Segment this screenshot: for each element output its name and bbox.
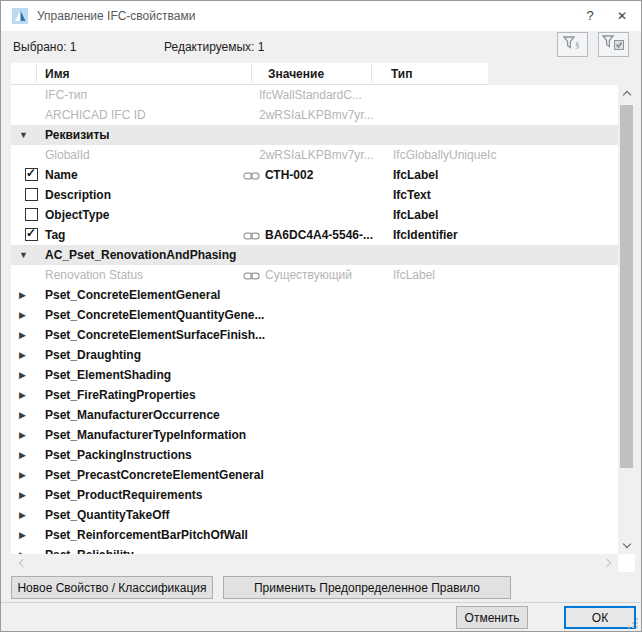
- pset-row[interactable]: ▶Pset_ConcreteElementGeneral: [11, 285, 618, 305]
- property-name: Pset_Draughting: [45, 345, 141, 365]
- pset-row[interactable]: ▶Pset_ProductRequirements: [11, 485, 618, 505]
- apply-rule-button[interactable]: Применить Предопределенное Правило: [223, 576, 511, 599]
- vertical-scrollbar-thumb[interactable]: [620, 105, 633, 468]
- pset-row[interactable]: ▶Pset_ManufacturerOccurrence: [11, 405, 618, 425]
- titlebar[interactable]: Управление IFC-свойствами ? ✕: [1, 1, 641, 31]
- property-name: Pset_ReinforcementBarPitchOfWall: [45, 525, 248, 545]
- svg-text:§: §: [575, 40, 580, 50]
- pset-row[interactable]: ▶Pset_ReinforcementBarPitchOfWall: [11, 525, 618, 545]
- pset-row[interactable]: ▶Pset_Reliability: [11, 545, 618, 554]
- property-row[interactable]: ✓NameСТН-002IfcLabel: [11, 165, 618, 185]
- pset-row[interactable]: ▶Pset_Draughting: [11, 345, 618, 365]
- close-button[interactable]: ✕: [607, 1, 637, 31]
- ifc-properties-dialog: Управление IFC-свойствами ? ✕ Выбрано: 1…: [0, 0, 642, 632]
- column-header-name[interactable]: Имя: [45, 63, 70, 85]
- funnel-checkbox-icon: [602, 35, 626, 54]
- property-name: Pset_ConcreteElementQuantityGene...: [45, 305, 264, 325]
- property-name: Name: [45, 165, 78, 185]
- expand-arrow-icon[interactable]: ▶: [19, 465, 33, 485]
- property-name: Pset_ManufacturerTypeInformation: [45, 425, 246, 445]
- expand-arrow-icon[interactable]: ▶: [19, 305, 33, 325]
- resize-grip-icon[interactable]: [628, 618, 638, 628]
- expand-arrow-icon[interactable]: ▶: [19, 325, 33, 345]
- property-name: ObjectType: [45, 205, 109, 225]
- pset-row[interactable]: ▶Pset_ConcreteElementSurfaceFinish...: [11, 325, 618, 345]
- expand-arrow-icon[interactable]: ▶: [19, 545, 33, 554]
- property-name: Pset_PrecastConcreteElementGeneral: [45, 465, 264, 485]
- expand-arrow-icon[interactable]: ▶: [19, 405, 33, 425]
- horizontal-scrollbar[interactable]: [11, 554, 618, 572]
- pset-row[interactable]: ▶Pset_ConcreteElementQuantityGene...: [11, 305, 618, 325]
- property-name: Pset_ConcreteElementGeneral: [45, 285, 220, 305]
- property-name: Реквизиты: [45, 125, 110, 145]
- funnel-paragraph-icon: §: [562, 35, 584, 54]
- property-name: Pset_PackingInstructions: [45, 445, 192, 465]
- property-row[interactable]: IFC-типIfcWallStandardC...: [11, 85, 618, 105]
- scroll-up-button[interactable]: [618, 85, 635, 102]
- expand-arrow-icon[interactable]: ▶: [19, 345, 33, 365]
- property-name: Description: [45, 185, 111, 205]
- selected-count-label: Выбрано: 1: [13, 40, 77, 54]
- new-property-button[interactable]: Новое Свойство / Классификация: [11, 576, 213, 599]
- expand-arrow-icon[interactable]: ▶: [19, 365, 33, 385]
- property-name: ARCHICAD IFC ID: [45, 105, 146, 125]
- collapse-arrow-icon[interactable]: ▼: [19, 245, 33, 265]
- property-row[interactable]: ARCHICAD IFC ID2wRSIaLKPBmv7yr...: [11, 105, 618, 125]
- checkbox[interactable]: ✓: [25, 228, 38, 241]
- expand-arrow-icon[interactable]: ▶: [19, 445, 33, 465]
- property-type: IfcLabel: [393, 265, 435, 285]
- properties-table: Имя Значение Тип IFC-типIfcWallStandardC…: [11, 63, 635, 572]
- filter-by-rule-button[interactable]: §: [557, 32, 588, 57]
- property-value: СТН-002: [265, 165, 313, 185]
- vertical-scrollbar[interactable]: [618, 85, 635, 554]
- property-row[interactable]: ✓TagBA6DC4A4-5546-...IfcIdentifier: [11, 225, 618, 245]
- column-header-type[interactable]: Тип: [391, 63, 413, 85]
- property-name: IFC-тип: [45, 85, 87, 105]
- property-name: GlobalId: [45, 145, 90, 165]
- pset-row[interactable]: ▶Pset_ElementShading: [11, 365, 618, 385]
- pset-row[interactable]: ▶Pset_ManufacturerTypeInformation: [11, 425, 618, 445]
- collapse-arrow-icon[interactable]: ▼: [19, 125, 33, 145]
- scroll-down-button[interactable]: [618, 537, 635, 554]
- scroll-left-button[interactable]: [13, 554, 29, 572]
- property-name: Pset_ElementShading: [45, 365, 171, 385]
- filter-checked-button[interactable]: [598, 32, 629, 57]
- expand-arrow-icon[interactable]: ▶: [19, 425, 33, 445]
- property-name: Pset_ProductRequirements: [45, 485, 202, 505]
- property-name: Pset_FireRatingProperties: [45, 385, 196, 405]
- cancel-button[interactable]: Отменить: [456, 606, 528, 629]
- pset-row[interactable]: ▶Pset_PrecastConcreteElementGeneral: [11, 465, 618, 485]
- pset-row[interactable]: ▶Pset_QuantityTakeOff: [11, 505, 618, 525]
- pset-row[interactable]: ▶Pset_PackingInstructions: [11, 445, 618, 465]
- help-button[interactable]: ?: [575, 1, 605, 31]
- property-name: Renovation Status: [45, 265, 143, 285]
- property-row[interactable]: GlobalId2wRSIaLKPBmv7yr...IfcGloballyUni…: [11, 145, 618, 165]
- archicad-app-icon: [12, 8, 28, 24]
- property-value: BA6DC4A4-5546-...: [265, 225, 373, 245]
- expand-arrow-icon[interactable]: ▶: [19, 525, 33, 545]
- group-row[interactable]: ▼Реквизиты: [11, 125, 618, 145]
- column-header-value[interactable]: Значение: [268, 63, 324, 85]
- editable-count-label: Редактируемых: 1: [164, 40, 264, 54]
- expand-arrow-icon[interactable]: ▶: [19, 505, 33, 525]
- property-name: Tag: [45, 225, 65, 245]
- property-value: Существующий: [265, 265, 352, 285]
- expand-arrow-icon[interactable]: ▶: [19, 485, 33, 505]
- pset-row[interactable]: ▶Pset_FireRatingProperties: [11, 385, 618, 405]
- ok-button[interactable]: ОК: [564, 606, 636, 629]
- expand-arrow-icon[interactable]: ▶: [19, 385, 33, 405]
- property-row[interactable]: Renovation StatusСуществующийIfcLabel: [11, 265, 618, 285]
- table-body: IFC-типIfcWallStandardC...ARCHICAD IFC I…: [11, 85, 618, 554]
- expand-arrow-icon[interactable]: ▶: [19, 285, 33, 305]
- checkbox[interactable]: [25, 208, 38, 221]
- property-value: IfcWallStandardC...: [259, 85, 362, 105]
- property-name: AC_Pset_RenovationAndPhasing: [45, 245, 236, 265]
- group-row[interactable]: ▼AC_Pset_RenovationAndPhasing: [11, 245, 618, 265]
- property-row[interactable]: ObjectTypeIfcLabel: [11, 205, 618, 225]
- checkbox[interactable]: [25, 188, 38, 201]
- property-name: Pset_QuantityTakeOff: [45, 505, 169, 525]
- checkbox[interactable]: ✓: [25, 168, 38, 181]
- property-name: Pset_ConcreteElementSurfaceFinish...: [45, 325, 265, 345]
- scroll-right-button[interactable]: [600, 554, 616, 572]
- property-row[interactable]: DescriptionIfcText: [11, 185, 618, 205]
